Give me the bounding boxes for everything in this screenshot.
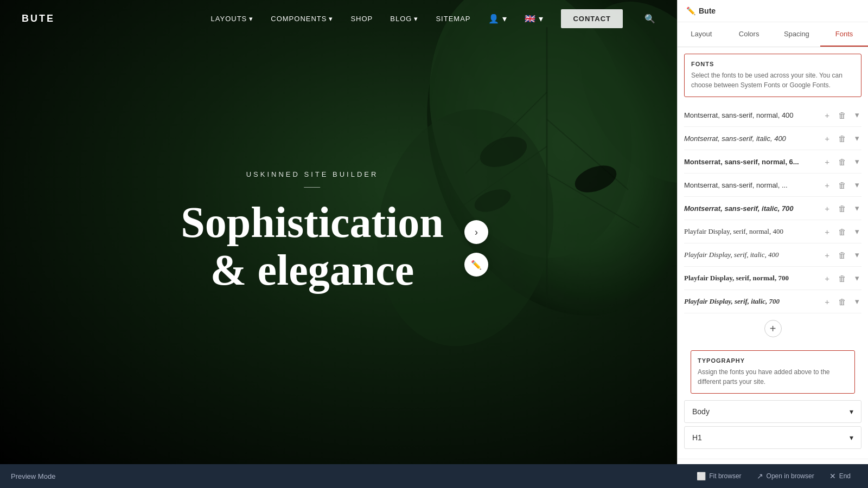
nav-sitemap[interactable]: SITEMAP [436, 15, 470, 23]
font-add-button[interactable]: + [822, 249, 832, 261]
nav-components[interactable]: COMPONENTS ▾ [271, 15, 333, 23]
tab-spacing[interactable]: Spacing [773, 22, 821, 47]
font-item-label: Montserrat, sans-serif, normal, ... [684, 181, 820, 189]
font-add-button[interactable]: + [822, 179, 832, 191]
typography-body-dropdown[interactable]: Body ▾ [684, 400, 861, 423]
font-expand-button[interactable]: ▾ [853, 109, 861, 121]
chevron-right-icon: › [475, 227, 478, 238]
font-delete-button[interactable]: 🗑 [836, 249, 848, 261]
font-item: Montserrat, sans-serif, italic, 700 + 🗑 … [684, 197, 861, 220]
font-item-label: Playfair Display, serif, italic, 700 [684, 297, 820, 306]
panel-content: FONTS Select the fonts to be used across… [678, 47, 868, 464]
site-logo: BUTE [22, 13, 55, 24]
font-add-button[interactable]: + [822, 226, 832, 237]
font-item: Playfair Display, serif, italic, 700 + 🗑… [684, 290, 861, 313]
font-item-label: Playfair Display, serif, normal, 400 [684, 227, 820, 236]
tab-colors[interactable]: Colors [725, 22, 773, 47]
font-item-label: Playfair Display, serif, italic, 400 [684, 251, 820, 259]
font-expand-button[interactable]: ▾ [853, 249, 861, 261]
font-item-label: Montserrat, sans-serif, normal, 6... [684, 158, 820, 166]
font-delete-button[interactable]: 🗑 [836, 179, 848, 191]
panel-header: ✏️ Bute [678, 0, 868, 22]
font-item: Montserrat, sans-serif, normal, 6... + 🗑… [684, 150, 861, 174]
font-add-button[interactable]: + [822, 133, 832, 144]
hero-subtitle: USKINNED SITE BUILDER [181, 170, 444, 178]
font-add-button[interactable]: + [822, 296, 832, 307]
font-item: Playfair Display, serif, normal, 700 + 🗑… [684, 267, 861, 290]
font-item-actions: + 🗑 ▾ [822, 272, 861, 284]
font-delete-button[interactable]: 🗑 [836, 156, 848, 168]
fit-browser-button[interactable]: ⬜ Fit browser [690, 468, 748, 484]
chevron-down-icon: ▾ [850, 433, 853, 442]
font-item-label: Montserrat, sans-serif, normal, 400 [684, 111, 820, 119]
font-item-actions: + 🗑 ▾ [822, 132, 861, 144]
sidebar-toggle-button[interactable]: › [464, 220, 488, 244]
open-in-browser-button[interactable]: ↗ Open in browser [750, 468, 821, 484]
font-item-label: Montserrat, sans-serif, italic, 400 [684, 134, 820, 143]
bottom-actions: ⬜ Fit browser ↗ Open in browser ✕ End [690, 468, 857, 484]
site-navigation: BUTE LAYOUTS ▾ COMPONENTS ▾ SHOP BLOG ▾ [0, 0, 677, 37]
font-item-label: Montserrat, sans-serif, italic, 700 [684, 204, 820, 213]
font-add-button[interactable]: + [822, 110, 832, 121]
font-item: Playfair Display, serif, italic, 400 + 🗑… [684, 243, 861, 267]
font-delete-button[interactable]: 🗑 [836, 110, 848, 121]
panel-tabs: Layout Colors Spacing Fonts [678, 22, 868, 47]
hero-title-line1: Sophistication [181, 198, 444, 246]
font-delete-button[interactable]: 🗑 [836, 296, 848, 307]
bute-pencil-icon: ✏️ [686, 7, 695, 15]
nav-account-icon[interactable]: 👤 ▾ [488, 14, 507, 24]
fonts-section-box: FONTS Select the fonts to be used across… [684, 54, 861, 97]
font-expand-button[interactable]: ▾ [853, 132, 861, 144]
dropdown-icon: ▾ [414, 15, 418, 23]
edit-section-button[interactable]: ✏️ [464, 253, 488, 277]
hero-divider [304, 187, 321, 188]
font-expand-button[interactable]: ▾ [853, 296, 861, 307]
font-item-actions: + 🗑 ▾ [822, 226, 861, 237]
font-item-actions: + 🗑 ▾ [822, 249, 861, 261]
font-item: Montserrat, sans-serif, italic, 400 + 🗑 … [684, 127, 861, 150]
font-expand-button[interactable]: ▾ [853, 179, 861, 191]
end-icon: ✕ [829, 472, 836, 480]
font-delete-button[interactable]: 🗑 [836, 226, 848, 237]
font-delete-button[interactable]: 🗑 [836, 273, 848, 284]
fit-browser-icon: ⬜ [697, 472, 706, 480]
hero-title: Sophistication & elegance [181, 198, 444, 294]
preview-mode-label: Preview Mode [11, 472, 55, 480]
font-item-actions: + 🗑 ▾ [822, 156, 861, 168]
add-font-row: + [678, 313, 868, 344]
font-delete-button[interactable]: 🗑 [836, 203, 848, 214]
dropdown-icon: ▾ [249, 15, 253, 23]
tab-fonts[interactable]: Fonts [820, 22, 868, 47]
panel-brand: ✏️ Bute [686, 7, 716, 22]
nav-contact-button[interactable]: CONTACT [561, 9, 623, 28]
font-add-button[interactable]: + [822, 203, 832, 214]
add-font-button[interactable]: + [764, 320, 782, 337]
end-button[interactable]: ✕ End [823, 468, 857, 484]
open-in-browser-icon: ↗ [757, 472, 763, 480]
nav-links: LAYOUTS ▾ COMPONENTS ▾ SHOP BLOG ▾ SITEM… [211, 9, 655, 28]
search-icon[interactable]: 🔍 [644, 14, 655, 24]
nav-layouts[interactable]: LAYOUTS ▾ [211, 15, 254, 23]
font-delete-button[interactable]: 🗑 [836, 133, 848, 144]
main-wrapper: BUTE LAYOUTS ▾ COMPONENTS ▾ SHOP BLOG ▾ [0, 0, 868, 464]
right-panel: ✏️ Bute Layout Colors Spacing Fonts FONT… [677, 0, 868, 464]
typography-h1-dropdown[interactable]: H1 ▾ [684, 426, 861, 449]
preview-area: BUTE LAYOUTS ▾ COMPONENTS ▾ SHOP BLOG ▾ [0, 0, 677, 464]
dropdown-icon: ▾ [329, 15, 333, 23]
nav-language-icon[interactable]: 🇬🇧 ▾ [525, 14, 544, 24]
nav-shop[interactable]: SHOP [350, 15, 373, 23]
font-add-button[interactable]: + [822, 273, 832, 284]
typography-section: TYPOGRAPHY Assign the fonts you have add… [684, 344, 861, 452]
font-add-button[interactable]: + [822, 156, 832, 168]
pencil-icon: ✏️ [471, 260, 482, 270]
font-item: Montserrat, sans-serif, normal, ... + 🗑 … [684, 174, 861, 197]
font-expand-button[interactable]: ▾ [853, 156, 861, 168]
nav-blog[interactable]: BLOG ▾ [390, 15, 418, 23]
typography-section-box: TYPOGRAPHY Assign the fonts you have add… [691, 350, 855, 394]
typography-section-description: Assign the fonts you have added above to… [698, 367, 848, 387]
tab-layout[interactable]: Layout [678, 22, 725, 47]
font-expand-button[interactable]: ▾ [853, 272, 861, 284]
bottom-bar: Preview Mode ⬜ Fit browser ↗ Open in bro… [0, 464, 868, 488]
font-expand-button[interactable]: ▾ [853, 226, 861, 237]
font-expand-button[interactable]: ▾ [853, 202, 861, 214]
